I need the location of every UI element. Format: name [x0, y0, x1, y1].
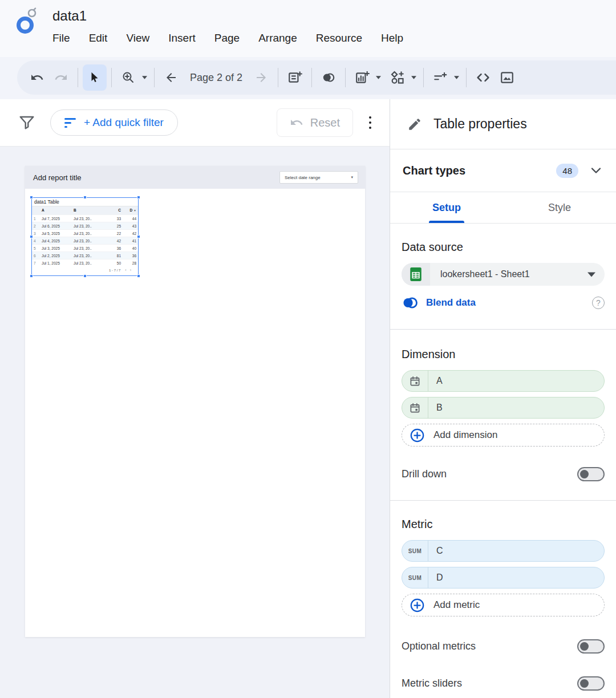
- toolbar-divider: [111, 68, 112, 87]
- metric-field-c[interactable]: SUM C: [402, 540, 605, 562]
- menu-insert[interactable]: Insert: [168, 32, 196, 44]
- embed-code-icon: [475, 70, 491, 86]
- add-metric-button[interactable]: Add metric: [402, 594, 605, 616]
- zoom-dropdown-caret[interactable]: [140, 64, 148, 91]
- cell: 41: [123, 237, 138, 244]
- column-header-a[interactable]: A: [40, 206, 72, 214]
- calendar-icon: [410, 403, 420, 413]
- add-dimension-button[interactable]: Add dimension: [402, 424, 605, 447]
- blend-data-button[interactable]: [317, 64, 341, 91]
- add-control-caret[interactable]: [452, 64, 460, 91]
- aggregation-segment[interactable]: SUM: [402, 541, 428, 561]
- filter-funnel-icon[interactable]: [18, 114, 35, 131]
- toggle-knob: [580, 642, 589, 651]
- data-source-name: lookersheet1 - Sheet1: [430, 269, 587, 279]
- report-page[interactable]: Add report title Select date range ▾: [25, 166, 365, 637]
- google-sheets-icon: [410, 267, 422, 282]
- tab-setup[interactable]: Setup: [390, 192, 503, 223]
- row-index: 4: [32, 237, 40, 244]
- add-quick-filter-label: + Add quick filter: [84, 116, 164, 129]
- selection-handle[interactable]: [137, 235, 140, 238]
- toolbar-divider: [466, 68, 467, 87]
- arrow-left-icon: [164, 71, 178, 84]
- report-canvas[interactable]: Add report title Select date range ▾: [0, 147, 390, 698]
- insert-image-button[interactable]: [495, 64, 519, 91]
- menu-resource[interactable]: Resource: [316, 32, 362, 44]
- redo-button[interactable]: [49, 64, 73, 91]
- metric-field-d[interactable]: SUM D: [402, 567, 605, 589]
- add-chart-button[interactable]: [350, 64, 374, 91]
- embed-url-button[interactable]: [471, 64, 495, 91]
- selection-handle[interactable]: [30, 274, 33, 278]
- selection-handle[interactable]: [83, 196, 87, 199]
- selection-handle[interactable]: [30, 196, 33, 199]
- metric-sliders-toggle[interactable]: [577, 676, 605, 691]
- select-tool-button[interactable]: [83, 64, 107, 91]
- more-options-button[interactable]: [366, 113, 375, 132]
- aggregation-segment[interactable]: SUM: [402, 567, 428, 588]
- add-control-icon: [433, 70, 448, 85]
- chart-types-count-badge: 48: [556, 164, 578, 178]
- dimension-field-a[interactable]: A: [402, 370, 605, 392]
- add-community-caret[interactable]: [410, 64, 418, 91]
- add-control-button[interactable]: [428, 64, 452, 91]
- document-title[interactable]: data1: [52, 8, 403, 24]
- report-title-placeholder[interactable]: Add report title: [33, 173, 82, 182]
- drill-down-label: Drill down: [402, 468, 447, 480]
- selection-handle[interactable]: [30, 235, 33, 238]
- add-community-component-button[interactable]: [386, 64, 410, 91]
- dimension-field-b[interactable]: B: [402, 397, 605, 419]
- cell: Jul 23, 20..: [72, 214, 104, 222]
- selection-handle[interactable]: [83, 274, 87, 278]
- toolbar-divider: [278, 68, 278, 87]
- caret-down-icon: [142, 76, 147, 79]
- cell: Jul 4, 2025: [40, 237, 72, 244]
- cell: Jul 23, 20..: [72, 229, 104, 237]
- looker-studio-logo-icon[interactable]: [15, 7, 41, 35]
- properties-panel: Table properties Chart types 48 Setup St…: [390, 99, 616, 698]
- chevron-down-icon[interactable]: [591, 167, 601, 174]
- cell: 42: [104, 237, 123, 244]
- data-source-select[interactable]: lookersheet1 - Sheet1: [402, 263, 605, 286]
- cell: Jul 2, 2025: [40, 251, 72, 259]
- aggregation-label: SUM: [408, 575, 422, 581]
- metric-sliders-row: Metric sliders: [402, 676, 605, 691]
- cell: 44: [123, 214, 138, 222]
- add-quick-filter-button[interactable]: + Add quick filter: [50, 109, 178, 136]
- previous-page-button[interactable]: [159, 64, 183, 91]
- chart-types-row[interactable]: Chart types 48: [390, 149, 616, 192]
- menu-file[interactable]: File: [52, 32, 70, 44]
- next-page-button[interactable]: [249, 64, 273, 91]
- selection-handle[interactable]: [137, 196, 140, 199]
- reset-button[interactable]: Reset: [277, 108, 353, 137]
- column-header-b[interactable]: B: [72, 206, 104, 214]
- add-chart-caret[interactable]: [374, 64, 382, 91]
- tab-style[interactable]: Style: [503, 192, 616, 223]
- cell: Jul 3, 2025: [40, 244, 72, 251]
- pagination-prev-next-icons[interactable]: ‹›: [125, 268, 135, 272]
- menu-help[interactable]: Help: [381, 32, 403, 44]
- menu-page[interactable]: Page: [214, 32, 240, 44]
- column-header-c[interactable]: C: [104, 206, 123, 214]
- table-chart-component[interactable]: data1 Table A B C D ▼ 1 Jul 7, 2025 Jul …: [31, 197, 139, 276]
- blend-data-link[interactable]: Blend data: [426, 297, 476, 309]
- zoom-tool-button[interactable]: [116, 64, 140, 91]
- add-page-button[interactable]: [283, 64, 307, 91]
- menu-edit[interactable]: Edit: [89, 32, 108, 44]
- help-icon[interactable]: ?: [592, 297, 605, 309]
- menu-view[interactable]: View: [126, 32, 149, 44]
- drill-down-toggle[interactable]: [577, 467, 605, 481]
- cell: 36: [104, 244, 123, 251]
- date-range-control[interactable]: Select date range ▾: [279, 171, 358, 184]
- optional-metrics-label: Optional metrics: [402, 640, 476, 652]
- selection-handle[interactable]: [137, 274, 140, 278]
- undo-button[interactable]: [25, 64, 49, 91]
- add-page-icon: [287, 70, 302, 85]
- column-header-d[interactable]: D ▼: [123, 206, 138, 214]
- optional-metrics-toggle[interactable]: [577, 639, 605, 654]
- page-indicator[interactable]: Page 2 of 2: [190, 72, 242, 84]
- menu-arrange[interactable]: Arrange: [258, 32, 297, 44]
- data-source-heading: Data source: [402, 241, 605, 254]
- cell: 50: [104, 259, 123, 266]
- redo-icon: [54, 71, 68, 84]
